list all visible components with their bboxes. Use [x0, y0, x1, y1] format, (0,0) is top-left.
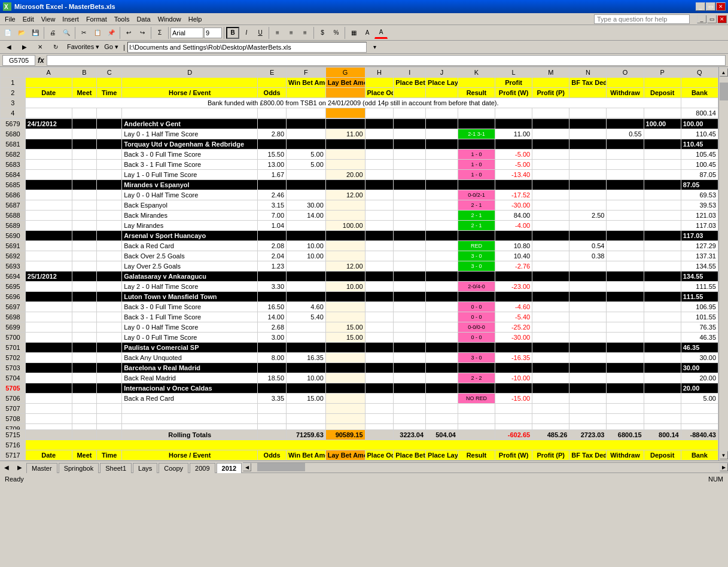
col-header-p[interactable]: P	[644, 68, 681, 78]
table-row: 5707	[1, 404, 718, 414]
menu-insert[interactable]: Insert	[59, 15, 83, 23]
horizontal-scrollbar[interactable]: ◀ ▶	[243, 462, 728, 471]
bold-button[interactable]: B	[226, 27, 239, 39]
autosum-button[interactable]: Σ	[153, 27, 166, 39]
tab-coopy[interactable]: Coopy	[159, 463, 188, 473]
browse-button[interactable]: ▾	[369, 41, 381, 53]
percent-button[interactable]: %	[330, 27, 343, 39]
print-button[interactable]: 🖨	[46, 27, 59, 39]
save-button[interactable]: 💾	[29, 27, 42, 39]
tab-master[interactable]: Master	[26, 463, 57, 473]
menu-data[interactable]: Data	[133, 15, 154, 23]
undo-button[interactable]: ↩	[122, 27, 135, 39]
menu-view[interactable]: View	[38, 15, 59, 23]
table-row: 5690Arsenal v Sport Huancayo117.03	[1, 231, 718, 241]
cell-reference-input[interactable]	[2, 55, 35, 66]
align-center-button[interactable]: ≡	[285, 27, 298, 39]
col-header-c[interactable]: C	[97, 68, 122, 78]
tab-scroll-left[interactable]: ◀	[0, 462, 13, 473]
new-button[interactable]: 📄	[1, 27, 14, 39]
table-row: 5682Back 3 - 0 Full Time Score15.505.001…	[1, 150, 718, 160]
col-header-n[interactable]: N	[569, 68, 607, 78]
hdr1-d	[122, 78, 258, 88]
totals-label: Rolling Totals	[122, 430, 258, 440]
tab-springbok[interactable]: Springbok	[59, 463, 99, 473]
col-header-a[interactable]: A	[25, 68, 72, 78]
fill-color-button[interactable]: A	[361, 27, 374, 39]
svg-text:X: X	[4, 4, 8, 10]
forward-button[interactable]: ▶	[18, 41, 31, 53]
col-header-m[interactable]: M	[532, 68, 569, 78]
scroll-up-button[interactable]: ▲	[720, 68, 728, 77]
col-header-q[interactable]: Q	[681, 68, 718, 78]
scroll-right-button[interactable]: ▶	[720, 463, 728, 471]
app-close-button[interactable]: ✕	[717, 15, 727, 23]
tab-lays[interactable]: Lays	[133, 463, 157, 473]
align-right-button[interactable]: ≡	[298, 27, 312, 39]
open-button[interactable]: 📂	[15, 27, 28, 39]
align-left-button[interactable]: ≡	[271, 27, 284, 39]
table-row: 567924/1/2012Anderlecht v Gent100.00100.…	[1, 119, 718, 129]
status-ready: Ready	[5, 475, 24, 483]
close-button[interactable]: ✕	[716, 2, 726, 11]
menu-format[interactable]: Format	[83, 15, 111, 23]
font-size-selector[interactable]	[204, 28, 222, 38]
app-minimize-button[interactable]: _	[697, 15, 706, 23]
table-row: 5692Back Over 2.5 Goals2.0410.003 - 010.…	[1, 251, 718, 261]
col-header-d[interactable]: D	[122, 68, 258, 78]
tab-2009[interactable]: 2009	[190, 463, 215, 473]
minimize-button[interactable]: _	[696, 2, 705, 11]
table-row: 5695Lay 2 - 0 Half Time Score3.3010.002-…	[1, 282, 718, 292]
col-header-k[interactable]: K	[458, 68, 495, 78]
redo-button[interactable]: ↪	[136, 27, 149, 39]
col-header-j[interactable]: J	[426, 68, 458, 78]
col-header-g[interactable]: G	[325, 68, 365, 78]
col-header-h[interactable]: H	[365, 68, 394, 78]
hscroll-thumb[interactable]	[257, 463, 305, 471]
back-button[interactable]: ◀	[2, 41, 16, 53]
tab-scroll-right[interactable]: ▶	[13, 462, 26, 473]
scrollbar-thumb[interactable]	[720, 83, 728, 100]
menu-window[interactable]: Window	[154, 15, 185, 23]
currency-button[interactable]: $	[316, 27, 329, 39]
row3-q	[681, 98, 718, 108]
scroll-left-button[interactable]: ◀	[243, 463, 251, 471]
col-header-o[interactable]: O	[607, 68, 644, 78]
formula-input[interactable]	[47, 55, 726, 66]
vertical-scrollbar[interactable]: ▲ ▼	[718, 67, 728, 461]
restore-button[interactable]: ▭	[706, 2, 715, 11]
address-input[interactable]	[127, 42, 367, 53]
font-color-button[interactable]: A	[374, 27, 388, 39]
font-selector[interactable]	[170, 28, 203, 38]
italic-button[interactable]: I	[240, 27, 253, 39]
totals-table: 5715 Rolling Totals 71259.63 90589.15 32…	[0, 429, 718, 461]
sheet-tabs: ◀ ▶ Master Springbok Sheet1 Lays Coopy 2…	[0, 461, 243, 473]
totals-rownum: 5715	[1, 430, 26, 440]
refresh-button[interactable]: ↻	[49, 41, 62, 53]
tab-2012[interactable]: 2012	[217, 463, 242, 473]
underline-button[interactable]: U	[254, 27, 267, 39]
scroll-down-button[interactable]: ▼	[720, 451, 728, 459]
menu-edit[interactable]: Edit	[19, 15, 38, 23]
stop-button[interactable]: ✕	[33, 41, 47, 53]
tab-sheet1[interactable]: Sheet1	[100, 463, 132, 473]
borders-button[interactable]: ▦	[347, 27, 360, 39]
cut-button[interactable]: ✂	[77, 27, 90, 39]
col-header-i[interactable]: I	[394, 68, 426, 78]
copy-button[interactable]: 📋	[91, 27, 104, 39]
totals-winbet: 71259.63	[287, 430, 326, 440]
paste-button[interactable]: 📌	[105, 27, 118, 39]
col-header-f[interactable]: F	[287, 68, 326, 78]
preview-button[interactable]: 🔍	[60, 27, 73, 39]
col-header-b[interactable]: B	[72, 68, 97, 78]
col-header-e[interactable]: E	[258, 68, 287, 78]
table-row: 5702Back Any Unquoted8.0016.353 - 0-16.3…	[1, 353, 718, 363]
menu-help[interactable]: Help	[185, 15, 206, 23]
menu-file[interactable]: File	[1, 15, 19, 23]
totals-bank: -8840.43	[681, 430, 718, 440]
help-search[interactable]	[594, 14, 690, 24]
col-header-l[interactable]: L	[495, 68, 532, 78]
hdr1-a	[25, 78, 72, 88]
app-restore-button[interactable]: ▭	[707, 15, 717, 23]
menu-tools[interactable]: Tools	[111, 15, 133, 23]
